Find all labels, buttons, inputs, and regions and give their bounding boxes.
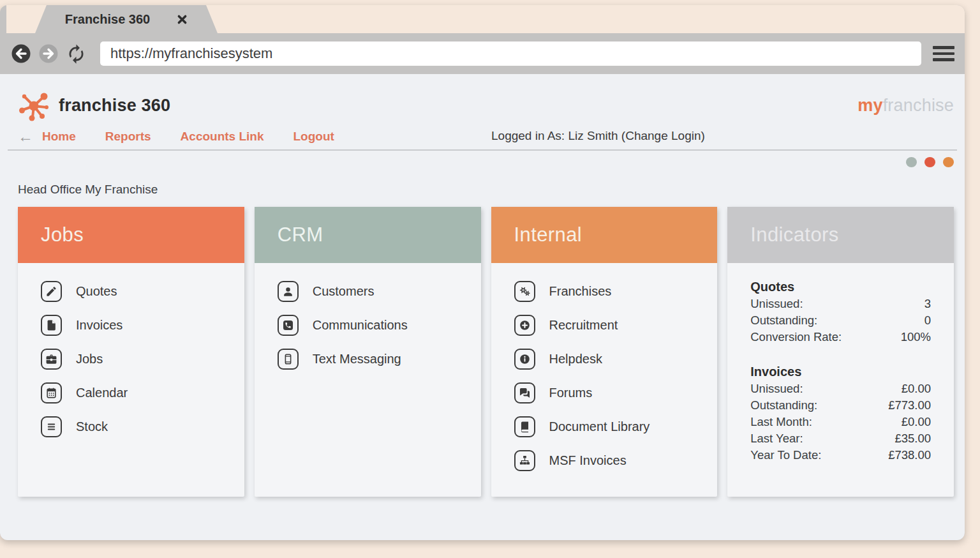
indicator-value: £773.00	[888, 397, 931, 414]
change-login-link[interactable]: (Change Login)	[621, 129, 705, 142]
menu-item-label: Customers	[313, 284, 375, 299]
brand-franchise: franchise	[883, 96, 954, 115]
indicator-value: 100%	[901, 329, 931, 345]
indicator-row-outstanding: Outstanding:£773.00	[750, 397, 931, 414]
menu-item-jobs[interactable]: Jobs	[18, 342, 244, 376]
menu-item-label: Text Messaging	[313, 352, 401, 366]
menu-item-label: Recruitment	[549, 318, 618, 333]
menu-item-customers[interactable]: Customers	[255, 275, 481, 308]
menu-item-calendar[interactable]: Calendar	[18, 376, 244, 410]
menu-item-helpdesk[interactable]: Helpdesk	[491, 342, 718, 376]
indicators-card-header: Indicators	[727, 207, 954, 263]
indicator-row-outstanding: Outstanding:0	[750, 312, 931, 329]
status-dot	[943, 157, 954, 167]
forward-icon[interactable]	[38, 43, 59, 64]
menu-item-label: MSF Invoices	[549, 453, 627, 468]
nav-link-home[interactable]: Home	[42, 130, 76, 144]
tab-title: Franchise 360	[65, 12, 150, 27]
menu-item-document-library[interactable]: Document Library	[491, 410, 718, 444]
nav-link-reports[interactable]: Reports	[105, 130, 151, 144]
logged-in-status: Logged in As: Liz Smith (Change Login)	[491, 129, 705, 143]
indicator-label: Outstanding:	[750, 397, 817, 414]
status-dots	[18, 157, 954, 167]
menu-item-label: Franchises	[549, 284, 612, 299]
comments-icon	[514, 382, 535, 403]
status-dot	[906, 157, 917, 167]
menu-list-crm: CustomersCommunicationsText Messaging	[255, 263, 481, 376]
nav-link-accounts-link[interactable]: Accounts Link	[181, 130, 264, 144]
indicator-section-title: Quotes	[750, 278, 931, 296]
browser-toolbar	[0, 33, 965, 74]
menu-list-jobs: QuotesInvoicesJobsCalendarStock	[18, 263, 244, 444]
indicator-label: Last Year:	[750, 430, 803, 447]
tab-close-icon[interactable]	[177, 14, 188, 25]
menu-item-label: Stock	[76, 419, 108, 434]
menu-item-label: Calendar	[76, 386, 128, 400]
main-nav: ← HomeReportsAccounts LinkLogout Logged …	[18, 128, 954, 146]
back-arrow-icon[interactable]: ←	[18, 128, 33, 146]
pencil-icon	[41, 281, 62, 302]
file-icon	[41, 315, 62, 336]
menu-item-label: Quotes	[76, 284, 117, 299]
card-header-jobs: Jobs	[18, 207, 244, 263]
card-indicators: Indicators QuotesUnissued:3Outstanding:0…	[727, 207, 954, 497]
brand-my: my	[858, 96, 882, 115]
indicator-value: £35.00	[895, 430, 931, 447]
menu-item-text-messaging[interactable]: Text Messaging	[255, 342, 481, 376]
menu-item-label: Jobs	[76, 352, 103, 366]
menu-item-invoices[interactable]: Invoices	[18, 308, 244, 342]
menu-item-msf-invoices[interactable]: MSF Invoices	[491, 444, 718, 478]
indicator-row-unissued: Unissued:3	[750, 296, 931, 312]
indicator-label: Outstanding:	[750, 312, 817, 329]
card-header-internal: Internal	[491, 207, 718, 263]
menu-item-communications[interactable]: Communications	[255, 308, 481, 342]
list-icon	[41, 416, 62, 437]
page-content: franchise 360 myfranchise ← HomeReportsA…	[0, 74, 965, 540]
menu-item-label: Invoices	[76, 318, 122, 333]
menu-item-label: Communications	[313, 318, 408, 333]
card-jobs: JobsQuotesInvoicesJobsCalendarStock	[18, 207, 244, 497]
logged-in-text: Logged in As: Liz Smith	[491, 129, 621, 142]
menu-item-recruitment[interactable]: Recruitment	[491, 308, 718, 342]
cogs-icon	[514, 281, 535, 302]
indicator-section-title: Invoices	[750, 363, 931, 381]
indicator-value: £0.00	[902, 414, 931, 430]
menu-item-franchises[interactable]: Franchises	[491, 275, 718, 308]
address-bar[interactable]	[100, 41, 921, 66]
mobile-icon	[278, 349, 299, 370]
info-circle-icon	[514, 349, 535, 370]
app-header: franchise 360 myfranchise	[18, 88, 954, 123]
menu-icon[interactable]	[933, 45, 954, 63]
indicator-label: Year To Date:	[750, 447, 821, 464]
refresh-icon[interactable]	[65, 43, 87, 64]
status-dot	[924, 157, 935, 167]
browser-tab[interactable]: Franchise 360	[35, 5, 218, 33]
indicator-label: Conversion Rate:	[750, 329, 842, 345]
indicator-section-invoices: InvoicesUnissued:£0.00Outstanding:£773.0…	[750, 363, 931, 464]
menu-item-stock[interactable]: Stock	[18, 410, 244, 444]
back-icon[interactable]	[10, 43, 32, 64]
user-icon	[278, 281, 299, 302]
briefcase-icon	[41, 349, 62, 370]
indicator-section-quotes: QuotesUnissued:3Outstanding:0Conversion …	[750, 278, 931, 345]
nav-link-logout[interactable]: Logout	[293, 130, 334, 144]
indicator-value: 3	[924, 296, 931, 312]
menu-item-quotes[interactable]: Quotes	[18, 275, 244, 308]
menu-item-label: Helpdesk	[549, 352, 602, 366]
indicator-row-last-year: Last Year:£35.00	[750, 430, 931, 447]
card-internal: InternalFranchisesRecruitmentHelpdeskFor…	[491, 207, 718, 497]
menu-item-forums[interactable]: Forums	[491, 376, 718, 410]
plus-circle-icon	[514, 315, 535, 336]
browser-window: Franchise 360	[0, 5, 965, 540]
menu-list-internal: FranchisesRecruitmentHelpdeskForumsDocum…	[491, 263, 718, 478]
indicators-body: QuotesUnissued:3Outstanding:0Conversion …	[727, 263, 954, 464]
app-logo: franchise 360	[18, 89, 170, 122]
phone-icon	[278, 315, 299, 336]
indicator-label: Unissued:	[750, 381, 803, 397]
indicator-value: £0.00	[902, 381, 931, 397]
page-title: Head Office My Franchise	[18, 183, 954, 197]
tab-strip: Franchise 360	[6, 5, 965, 33]
indicator-row-year-to-date: Year To Date:£738.00	[750, 447, 931, 464]
header-divider	[8, 149, 957, 151]
indicator-value: £738.00	[888, 447, 931, 464]
